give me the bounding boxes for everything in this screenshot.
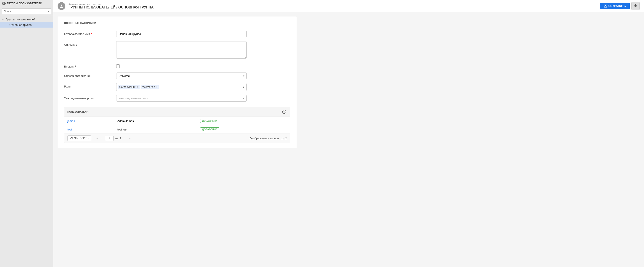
records-info: Отображаются записи: 1 - 2: [250, 137, 287, 140]
display-name-row: Отображаемое имя *: [64, 31, 290, 37]
page-of-label: из 1: [115, 137, 122, 140]
auth-method-label: Способ авторизации: [64, 72, 112, 77]
table-row: james Adam James ДОБАВЛЕНА: [64, 117, 290, 125]
save-button[interactable]: СОХРАНИТЬ: [600, 2, 630, 9]
tree-line-icon: └: [6, 23, 8, 26]
external-control: [116, 63, 246, 69]
external-checkbox[interactable]: [116, 64, 120, 68]
topbar-left: Администрирование системы ГРУППЫ ПОЛЬЗОВ…: [58, 2, 154, 10]
form-card: ОСНОВНЫЕ НАСТРОЙКИ Отображаемое имя * Оп…: [58, 16, 296, 148]
svg-rect-5: [605, 6, 606, 7]
first-page-button[interactable]: «: [95, 136, 100, 141]
next-page-button[interactable]: ›: [123, 136, 127, 141]
user-link-test[interactable]: test: [67, 128, 72, 131]
description-label: Описание: [64, 41, 112, 46]
section-title: ОСНОВНЫЕ НАСТРОЙКИ: [64, 22, 290, 26]
display-name-label: Отображаемое имя *: [64, 31, 112, 36]
roles-row: Роли Согласующий × viewer role × ▾: [64, 83, 290, 91]
topbar-title-section: Администрирование системы ГРУППЫ ПОЛЬЗОВ…: [68, 3, 154, 9]
search-input[interactable]: [2, 8, 51, 14]
required-marker: *: [91, 32, 92, 36]
content-area: ОСНОВНЫЕ НАСТРОЙКИ Отображаемое имя * Оп…: [53, 12, 644, 267]
refresh-button-label: ОБНОВИТЬ: [74, 137, 88, 140]
description-textarea[interactable]: [116, 41, 246, 59]
last-page-button[interactable]: »: [128, 136, 132, 141]
tag-soglasuyuschiy: Согласующий ×: [118, 85, 140, 89]
svg-point-0: [3, 2, 4, 3]
roles-tags-input[interactable]: Согласующий × viewer role × ▾: [116, 83, 246, 91]
svg-point-1: [4, 2, 5, 3]
svg-rect-4: [605, 5, 606, 6]
main-area: Администрирование системы ГРУППЫ ПОЛЬЗОВ…: [53, 0, 644, 267]
users-header: ПОЛЬЗОВАТЕЛИ: [64, 107, 290, 117]
tag-viewer-role: viewer role ×: [141, 85, 159, 89]
users-section: ПОЛЬЗОВАТЕЛИ james: [64, 107, 290, 143]
sidebar: ГРУППЫ ПОЛЬЗОВАТЕЛЕЙ × − Группы пользова…: [0, 0, 53, 267]
inherited-roles-control: Унаследованные роли ▾: [116, 95, 246, 102]
refresh-button[interactable]: ОБНОВИТЬ: [67, 135, 91, 141]
sidebar-item-main-group-label: Основная группа: [9, 23, 32, 26]
display-name-control: [116, 31, 246, 37]
pagination-row: ОБНОВИТЬ « ‹ из 1 › » Отоб: [64, 133, 290, 143]
svg-point-2: [60, 4, 62, 6]
inherited-roles-wrapper: Унаследованные роли ▾: [116, 95, 246, 102]
avatar: [58, 2, 66, 10]
roles-arrow-icon: ▾: [243, 85, 244, 89]
breadcrumb: Администрирование системы: [68, 3, 154, 5]
auth-method-wrapper: Universe Local LDAP ▾: [116, 72, 246, 79]
search-clear-button[interactable]: ×: [48, 10, 50, 13]
description-control: [116, 41, 246, 59]
users-table: james Adam James ДОБАВЛЕНА test: [64, 117, 290, 133]
status-badge-test: ДОБАВЛЕНА: [200, 127, 219, 131]
table-row: test test test ДОБАВЛЕНА: [64, 125, 290, 134]
status-badge-james: ДОБАВЛЕНА: [200, 119, 219, 123]
sidebar-resize-handle[interactable]: [52, 0, 53, 267]
page-title: ГРУППЫ ПОЛЬЗОВАТЕЛЕЙ / Основная группа: [68, 5, 154, 9]
search-box: ×: [0, 7, 53, 16]
sidebar-tree: − Группы пользователей └ Основная группа: [0, 16, 53, 267]
tag-viewer-role-remove[interactable]: ×: [156, 86, 157, 88]
tag-soglasuyuschiy-remove[interactable]: ×: [137, 86, 138, 88]
user-link-james[interactable]: james: [67, 119, 75, 123]
sidebar-icon: [2, 2, 6, 5]
external-row: Внешний: [64, 63, 290, 69]
sidebar-header: ГРУППЫ ПОЛЬЗОВАТЕЛЕЙ: [0, 0, 53, 7]
users-section-title: ПОЛЬЗОВАТЕЛИ: [67, 110, 88, 113]
toggle-icon: −: [2, 18, 5, 21]
page-input[interactable]: [105, 136, 114, 141]
roles-control: Согласующий × viewer role × ▾: [116, 83, 246, 91]
pagination-controls: « ‹ из 1 › »: [95, 136, 132, 141]
user-fullname-test: test test: [114, 125, 197, 134]
display-name-input[interactable]: [116, 31, 246, 37]
topbar: Администрирование системы ГРУППЫ ПОЛЬЗОВ…: [53, 0, 644, 12]
inherited-roles-label: Унаследованные роли: [64, 95, 112, 100]
sidebar-item-groups-label: Группы пользователей: [6, 18, 36, 21]
auth-method-row: Способ авторизации Universe Local LDAP ▾: [64, 72, 290, 79]
delete-button[interactable]: [632, 2, 640, 10]
inherited-roles-select[interactable]: Унаследованные роли: [116, 95, 246, 102]
prev-page-button[interactable]: ‹: [100, 136, 104, 141]
sidebar-item-main-group[interactable]: └ Основная группа: [0, 22, 53, 27]
roles-label: Роли: [64, 83, 112, 88]
auth-method-select[interactable]: Universe Local LDAP: [116, 72, 246, 79]
auth-method-control: Universe Local LDAP ▾: [116, 72, 246, 79]
topbar-actions: СОХРАНИТЬ: [600, 2, 640, 10]
sidebar-item-groups[interactable]: − Группы пользователей: [0, 17, 53, 22]
inherited-roles-row: Унаследованные роли Унаследованные роли …: [64, 95, 290, 102]
save-button-label: СОХРАНИТЬ: [608, 4, 626, 7]
description-row: Описание: [64, 41, 290, 59]
external-label: Внешний: [64, 63, 112, 68]
user-fullname-james: Adam James: [114, 117, 197, 125]
sidebar-title: ГРУППЫ ПОЛЬЗОВАТЕЛЕЙ: [7, 2, 42, 5]
add-user-button[interactable]: [282, 109, 287, 114]
